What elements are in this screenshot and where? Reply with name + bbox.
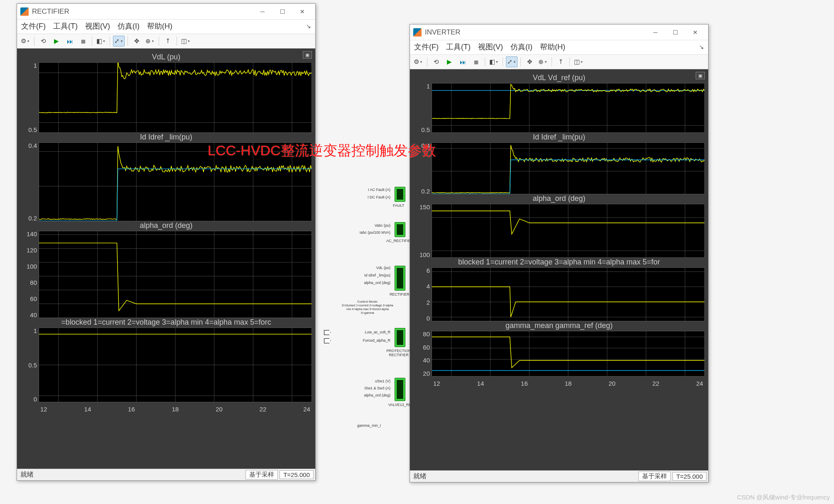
window-title: RECTIFIER — [32, 7, 253, 16]
simulink-model-fragment: I AC Fault (A) I DC Fault (A) FAULT Vabc… — [316, 179, 415, 477]
plot: gamma_mean gamma_ref (deg)80604020 — [413, 321, 705, 377]
plot-title: gamma_mean gamma_ref (deg) — [413, 321, 705, 330]
run-button[interactable]: ▶ — [51, 36, 62, 46]
y-axis-ticks: 10.50 — [20, 328, 39, 402]
step-forward-button[interactable]: ⏭ — [64, 36, 76, 46]
plot-canvas[interactable] — [39, 328, 312, 402]
plot-title: blocked 1=current 2=voltage 3=alpha min … — [413, 258, 705, 267]
inverter-scope-window: INVERTER ─ ☐ ✕ 文件(F) 工具(T) 视图(V) 仿真(I) 帮… — [410, 24, 709, 482]
zoom-button[interactable]: ⤢▼ — [506, 56, 518, 67]
y-axis-ticks: 10.5 — [20, 62, 39, 133]
zoom-button[interactable]: ⤢▼ — [113, 36, 125, 46]
x-axis-ticks: 12141618202224 — [39, 405, 312, 413]
highlight-button[interactable]: ◧▼ — [488, 56, 500, 67]
plot-title: alpha_ord (deg) — [20, 221, 312, 230]
plot: =blocked 1=current 2=voltage 3=alpha min… — [20, 318, 312, 402]
plot-canvas[interactable] — [432, 331, 705, 377]
status-sample-mode: 基于采样 — [638, 472, 671, 481]
plot-canvas[interactable] — [39, 62, 312, 133]
run-button[interactable]: ▶ — [444, 56, 455, 67]
plot-title: VdL Vd_ref (pu) — [413, 73, 705, 82]
highlight-button[interactable]: ◧▼ — [95, 36, 107, 46]
menu-view[interactable]: 视图(V) — [478, 42, 503, 52]
plot: VdL Vd_ref (pu)10.5 — [413, 73, 705, 133]
measurements-button[interactable]: ◫▼ — [573, 56, 584, 67]
maximize-button[interactable]: ☐ — [666, 26, 685, 39]
menu-simulation[interactable]: 仿真(I) — [118, 21, 140, 31]
plot: VdL (pu)10.5 — [20, 53, 312, 133]
status-time: T=25.000 — [672, 472, 706, 481]
minimize-button[interactable]: ─ — [646, 26, 665, 39]
scope-plots-area: ▣ VdL Vd_ref (pu)10.5Id Idref _lim(pu)0.… — [410, 69, 708, 470]
y-axis-ticks: 10.5 — [413, 83, 432, 133]
menubar: 文件(F) 工具(T) 视图(V) 仿真(I) 帮助(H) ↘ — [17, 20, 315, 34]
close-button[interactable]: ✕ — [686, 26, 705, 39]
plot-canvas[interactable] — [432, 267, 705, 321]
menu-tools[interactable]: 工具(T) — [446, 42, 471, 52]
menu-simulation[interactable]: 仿真(I) — [510, 42, 532, 52]
dock-icon[interactable]: ↘ — [699, 44, 704, 50]
status-ready: 就绪 — [17, 470, 245, 479]
menu-file[interactable]: 文件(F) — [414, 42, 439, 52]
restart-button[interactable]: ⟲ — [430, 56, 442, 67]
y-axis-ticks: 6420 — [413, 267, 432, 321]
window-title: INVERTER — [425, 28, 646, 37]
step-forward-button[interactable]: ⏭ — [457, 56, 469, 67]
settings-button[interactable]: ⚙▼ — [20, 36, 31, 46]
annotation-overlay-text: LCC-HVDC整流逆变器控制触发参数 — [208, 141, 436, 160]
toolbar: ⚙▼ ⟲ ▶ ⏭ ⏹ ◧▼ ⤢▼ ✥ ⊕▼ ⤒ ◫▼ — [17, 34, 315, 49]
statusbar: 就绪 基于采样 T=25.000 — [410, 470, 708, 482]
pan-button[interactable]: ✥ — [131, 36, 142, 46]
plot-title: Id Idref _lim(pu) — [413, 133, 705, 142]
autoscale-button[interactable]: ⊕▼ — [537, 56, 549, 67]
titlebar[interactable]: RECTIFIER ─ ☐ ✕ — [17, 4, 315, 20]
y-axis-ticks: 140120100806040 — [20, 231, 39, 318]
csdn-watermark: CSDN @风储wind-专业frequency — [737, 494, 830, 502]
scope-plots-area: ▣ VdL (pu)10.5Id Idref _lim(pu)0.40.2alp… — [17, 49, 315, 469]
menu-help[interactable]: 帮助(H) — [540, 42, 565, 52]
y-axis-ticks: 0.40.2 — [20, 142, 39, 221]
maximize-button[interactable]: ☐ — [273, 5, 292, 18]
status-ready: 就绪 — [410, 472, 638, 481]
restart-button[interactable]: ⟲ — [37, 36, 49, 46]
menu-help[interactable]: 帮助(H) — [147, 21, 172, 31]
menu-tools[interactable]: 工具(T) — [53, 21, 78, 31]
matlab-icon — [20, 7, 29, 16]
status-time: T=25.000 — [280, 470, 314, 479]
dock-icon[interactable]: ↘ — [306, 23, 311, 29]
statusbar: 就绪 基于采样 T=25.000 — [17, 469, 315, 480]
minimize-button[interactable]: ─ — [253, 5, 272, 18]
plot: alpha_ord (deg)150100 — [413, 194, 705, 258]
menu-file[interactable]: 文件(F) — [21, 21, 46, 31]
menubar: 文件(F) 工具(T) 视图(V) 仿真(I) 帮助(H) ↘ — [410, 40, 708, 54]
y-axis-ticks: 80604020 — [413, 331, 432, 377]
plot-canvas[interactable] — [39, 231, 312, 318]
plot-canvas[interactable] — [432, 204, 705, 258]
maximize-axes-icon[interactable]: ▣ — [303, 51, 312, 59]
triggers-button[interactable]: ⤒ — [162, 36, 174, 46]
titlebar[interactable]: INVERTER ─ ☐ ✕ — [410, 24, 708, 40]
stop-button[interactable]: ⏹ — [77, 36, 89, 46]
stop-button[interactable]: ⏹ — [470, 56, 482, 67]
plot: blocked 1=current 2=voltage 3=alpha min … — [413, 258, 705, 321]
close-button[interactable]: ✕ — [293, 5, 312, 18]
settings-button[interactable]: ⚙▼ — [412, 56, 424, 67]
y-axis-ticks: 150100 — [413, 204, 432, 258]
matlab-icon — [413, 28, 422, 37]
plot-title: VdL (pu) — [20, 53, 312, 61]
plot-canvas[interactable] — [432, 142, 705, 194]
menu-view[interactable]: 视图(V) — [85, 21, 110, 31]
plot: alpha_ord (deg)140120100806040 — [20, 221, 312, 318]
plot-canvas[interactable] — [432, 83, 705, 133]
plot-title: alpha_ord (deg) — [413, 194, 705, 203]
x-axis-ticks: 12141618202224 — [432, 379, 705, 387]
triggers-button[interactable]: ⤒ — [555, 56, 567, 67]
pan-button[interactable]: ✥ — [524, 56, 535, 67]
autoscale-button[interactable]: ⊕▼ — [144, 36, 156, 46]
maximize-axes-icon[interactable]: ▣ — [696, 72, 705, 79]
plot-title: =blocked 1=current 2=voltage 3=alpha min… — [20, 318, 312, 327]
plot: Id Idref _lim(pu)0.40.2 — [413, 133, 705, 194]
measurements-button[interactable]: ◫▼ — [180, 36, 191, 46]
toolbar: ⚙▼ ⟲ ▶ ⏭ ⏹ ◧▼ ⤢▼ ✥ ⊕▼ ⤒ ◫▼ — [410, 54, 708, 69]
status-sample-mode: 基于采样 — [245, 470, 278, 480]
